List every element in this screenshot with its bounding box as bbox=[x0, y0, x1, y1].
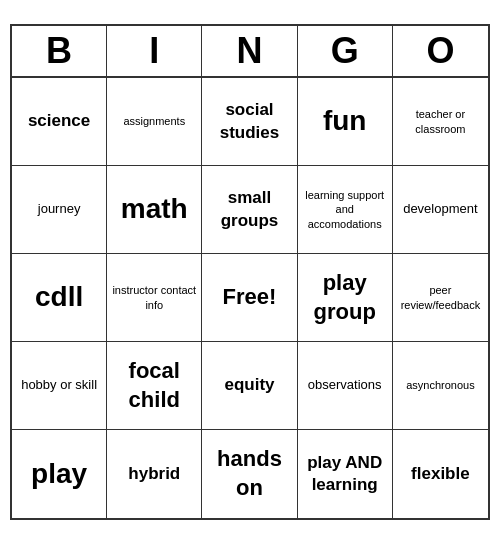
bingo-cell: fun bbox=[298, 78, 393, 166]
cell-label: observations bbox=[308, 377, 382, 394]
cell-label: learning support and accomodations bbox=[302, 188, 388, 231]
bingo-cell: Free! bbox=[202, 254, 297, 342]
bingo-cell: peer review/feedback bbox=[393, 254, 488, 342]
cell-label: science bbox=[28, 110, 90, 132]
header-letter: N bbox=[202, 26, 297, 76]
bingo-cell: teacher or classroom bbox=[393, 78, 488, 166]
bingo-cell: play bbox=[12, 430, 107, 518]
cell-label: assignments bbox=[123, 114, 185, 128]
cell-label: play AND learning bbox=[302, 452, 388, 496]
bingo-cell: focal child bbox=[107, 342, 202, 430]
header-letter: I bbox=[107, 26, 202, 76]
cell-label: play group bbox=[302, 269, 388, 326]
bingo-cell: play AND learning bbox=[298, 430, 393, 518]
bingo-cell: flexible bbox=[393, 430, 488, 518]
bingo-cell: hybrid bbox=[107, 430, 202, 518]
cell-label: equity bbox=[224, 374, 274, 396]
cell-label: asynchronous bbox=[406, 378, 475, 392]
bingo-cell: math bbox=[107, 166, 202, 254]
bingo-cell: play group bbox=[298, 254, 393, 342]
header-letter: O bbox=[393, 26, 488, 76]
cell-label: cdll bbox=[35, 279, 83, 315]
cell-label: hands on bbox=[206, 445, 292, 502]
header-letter: B bbox=[12, 26, 107, 76]
bingo-cell: cdll bbox=[12, 254, 107, 342]
bingo-cell: journey bbox=[12, 166, 107, 254]
cell-label: journey bbox=[38, 201, 81, 218]
cell-label: flexible bbox=[411, 463, 470, 485]
bingo-cell: instructor contact info bbox=[107, 254, 202, 342]
bingo-cell: assignments bbox=[107, 78, 202, 166]
header-letter: G bbox=[298, 26, 393, 76]
cell-label: focal child bbox=[111, 357, 197, 414]
bingo-cell: development bbox=[393, 166, 488, 254]
cell-label: social studies bbox=[206, 99, 292, 143]
cell-label: teacher or classroom bbox=[397, 107, 484, 136]
bingo-cell: science bbox=[12, 78, 107, 166]
bingo-cell: small groups bbox=[202, 166, 297, 254]
bingo-cell: learning support and accomodations bbox=[298, 166, 393, 254]
cell-label: peer review/feedback bbox=[397, 283, 484, 312]
cell-label: small groups bbox=[206, 187, 292, 231]
bingo-cell: equity bbox=[202, 342, 297, 430]
bingo-cell: hands on bbox=[202, 430, 297, 518]
bingo-grid: scienceassignmentssocial studiesfunteach… bbox=[12, 78, 488, 518]
cell-label: development bbox=[403, 201, 477, 218]
cell-label: math bbox=[121, 191, 188, 227]
cell-label: fun bbox=[323, 103, 367, 139]
cell-label: Free! bbox=[223, 283, 277, 312]
cell-label: hobby or skill bbox=[21, 377, 97, 394]
cell-label: play bbox=[31, 456, 87, 492]
cell-label: hybrid bbox=[128, 463, 180, 485]
bingo-cell: hobby or skill bbox=[12, 342, 107, 430]
bingo-cell: social studies bbox=[202, 78, 297, 166]
bingo-card: BINGO scienceassignmentssocial studiesfu… bbox=[10, 24, 490, 520]
bingo-cell: asynchronous bbox=[393, 342, 488, 430]
cell-label: instructor contact info bbox=[111, 283, 197, 312]
bingo-cell: observations bbox=[298, 342, 393, 430]
bingo-header: BINGO bbox=[12, 26, 488, 78]
